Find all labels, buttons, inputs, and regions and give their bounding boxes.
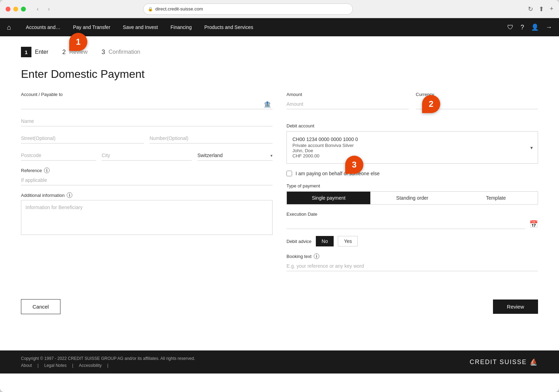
main-content: 1 Enter 2 Review 3 Confirmation Enter Do…: [0, 36, 559, 350]
account-payable-group: Account / Payable to 🏦: [21, 92, 273, 109]
address-bar[interactable]: 🔒 direct.credit-suisse.com: [143, 3, 353, 15]
reference-info-icon[interactable]: ℹ: [44, 168, 50, 173]
debit-account-balance: CHF 2000.00: [292, 153, 532, 158]
execution-date-input[interactable]: 19.09.2022: [286, 219, 525, 229]
person-icon[interactable]: 👤: [531, 23, 539, 31]
payment-type-buttons: Single payment Standing order Template: [286, 191, 538, 205]
account-payable-input[interactable]: [21, 99, 273, 109]
form-grid: Account / Payable to 🏦: [21, 92, 538, 278]
logout-icon[interactable]: →: [546, 24, 552, 31]
debit-account-group: Debit account CH00 1234 0000 0000 1000 0…: [286, 123, 538, 164]
execution-date-row: 19.09.2022 📅: [286, 219, 538, 229]
postcode-input[interactable]: [21, 150, 96, 161]
cancel-button[interactable]: Cancel: [21, 299, 60, 314]
execution-date-label: Execution Date: [286, 212, 538, 217]
nav-item-save-invest[interactable]: Save and Invest: [117, 18, 164, 36]
page-title: Enter Domestic Payment: [21, 68, 538, 81]
right-column: Amount Currency CHF Debit account CH00 1…: [286, 92, 538, 278]
review-button[interactable]: Review: [493, 299, 538, 314]
debit-advice-no-button[interactable]: No: [316, 236, 334, 246]
traffic-lights: [6, 7, 26, 12]
account-payable-label: Account / Payable to: [21, 92, 273, 97]
footer-link-legal[interactable]: Legal Notes: [44, 363, 66, 368]
step-3-label: Confirmation: [109, 49, 140, 55]
help-icon[interactable]: ?: [521, 24, 524, 31]
step-2-number: 2: [62, 49, 66, 56]
nav-items: Accounts and… Pay and Transfer Save and …: [20, 18, 260, 36]
step-1-label: Enter: [35, 49, 48, 55]
behalf-checkbox[interactable]: [286, 171, 292, 176]
booking-text-group: Booking text ℹ: [286, 253, 538, 271]
reload-icon[interactable]: ↻: [528, 5, 533, 13]
annotation-bubble-3: 3: [345, 156, 363, 174]
behalf-checkbox-row: I am paying on behalf of someone else: [286, 171, 538, 176]
forward-button[interactable]: ›: [44, 4, 54, 14]
debit-account-box[interactable]: CH00 1234 0000 0000 1000 0 Private accou…: [286, 131, 538, 164]
lock-icon: 🔒: [148, 7, 153, 12]
new-tab-icon[interactable]: +: [550, 5, 553, 13]
maximize-button[interactable]: [21, 7, 26, 12]
step-1: 1 Enter: [21, 47, 48, 57]
left-column: Account / Payable to 🏦: [21, 92, 273, 278]
additional-info-group: Additional information ℹ: [21, 192, 273, 236]
city-input[interactable]: [102, 150, 192, 161]
reference-label: Reference ℹ: [21, 168, 273, 173]
nav-arrows: ‹ ›: [33, 4, 54, 14]
site-footer: Copyright © 1997 - 2022 CREDIT SUISSE GR…: [0, 350, 559, 373]
share-icon[interactable]: ⬆: [539, 5, 544, 13]
close-button[interactable]: [6, 7, 10, 12]
calendar-icon[interactable]: 📅: [529, 220, 538, 228]
back-button[interactable]: ‹: [33, 4, 43, 14]
footer-left: Copyright © 1997 - 2022 CREDIT SUISSE GR…: [21, 356, 195, 368]
additional-info-icon[interactable]: ℹ: [67, 192, 72, 198]
booking-text-label: Booking text ℹ: [286, 253, 538, 259]
reference-input[interactable]: [21, 175, 273, 185]
nav-item-accounts[interactable]: Accounts and…: [20, 18, 67, 36]
nav-item-financing[interactable]: Financing: [164, 18, 198, 36]
debit-iban: CH00 1234 0000 0000 1000 0: [292, 136, 532, 142]
footer-logo-icon: ⛵: [530, 358, 538, 366]
booking-text-info-icon[interactable]: ℹ: [314, 253, 319, 259]
home-icon[interactable]: ⌂: [7, 23, 11, 31]
additional-info-textarea[interactable]: [21, 200, 273, 235]
behalf-label[interactable]: I am paying on behalf of someone else: [296, 171, 380, 176]
payment-type-template[interactable]: Template: [454, 192, 538, 204]
amount-group: Amount: [286, 92, 409, 109]
footer-link-accessibility[interactable]: Accessibility: [79, 363, 102, 368]
number-input[interactable]: [150, 133, 273, 143]
execution-date-group: Execution Date 19.09.2022 📅: [286, 212, 538, 229]
amount-input[interactable]: [286, 99, 409, 109]
annotation-bubble-1: 1: [69, 33, 87, 51]
footer-links: About | Legal Notes | Accessibility |: [21, 363, 195, 368]
street-input[interactable]: [21, 133, 144, 143]
debit-advice-label: Debit advice: [286, 239, 312, 244]
top-nav: ⌂ Accounts and… Pay and Transfer Save an…: [0, 18, 559, 36]
debit-advice-yes-button[interactable]: Yes: [338, 236, 358, 246]
footer-link-about[interactable]: About: [21, 363, 32, 368]
debit-account-type: Private account Bonviva Silver: [292, 143, 532, 148]
step-3-number: 3: [102, 49, 105, 56]
amount-label: Amount: [286, 92, 409, 97]
additional-info-label: Additional information ℹ: [21, 192, 273, 198]
nav-item-products-services[interactable]: Products and Services: [198, 18, 260, 36]
minimize-button[interactable]: [13, 7, 18, 12]
payment-type-single[interactable]: Single payment: [287, 192, 370, 204]
country-select[interactable]: Switzerland Germany France Austria: [197, 150, 273, 161]
footer-logo-text: CREDIT SUISSE: [470, 358, 527, 366]
name-group: [21, 116, 273, 126]
debit-advice-row: Debit advice No Yes: [286, 236, 538, 246]
payment-type-group: Type of payment Single payment Standing …: [286, 183, 538, 205]
shield-icon[interactable]: 🛡: [507, 24, 514, 31]
reference-group: Reference ℹ: [21, 168, 273, 185]
footer-copyright: Copyright © 1997 - 2022 CREDIT SUISSE GR…: [21, 356, 195, 361]
annotation-bubble-2: 2: [422, 95, 440, 113]
amount-currency-row: Amount Currency CHF: [286, 92, 538, 116]
name-input[interactable]: [21, 116, 273, 126]
step-indicator: 1 Enter 2 Review 3 Confirmation: [21, 47, 538, 57]
street-number-group: [21, 133, 273, 143]
country-select-wrapper: Switzerland Germany France Austria ▾: [197, 150, 273, 161]
payment-type-standing[interactable]: Standing order: [370, 192, 454, 204]
bank-icon[interactable]: 🏦: [263, 101, 271, 108]
booking-text-input[interactable]: [286, 261, 538, 271]
browser-actions: ↻ ⬆ +: [528, 5, 553, 13]
